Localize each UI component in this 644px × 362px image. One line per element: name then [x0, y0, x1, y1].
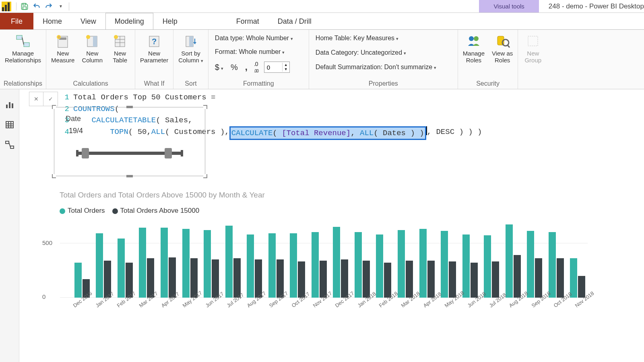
formula-highlighted-selection: CALCULATE( [Total Revenue], ALL( Dates )…	[229, 126, 426, 140]
new-column-button[interactable]: New Column	[79, 31, 105, 66]
bar[interactable]	[570, 258, 577, 298]
bar[interactable]	[333, 227, 340, 298]
bar[interactable]	[406, 261, 413, 298]
slicer-field-label: Date	[66, 115, 81, 123]
spin-up-icon[interactable]: ▲	[283, 63, 289, 67]
clustered-column-chart[interactable]: Total Orders and Total Orders Above 1500…	[60, 191, 588, 331]
slicer-thumb-end[interactable]	[165, 148, 172, 158]
bar[interactable]	[74, 263, 82, 298]
manage-roles-button[interactable]: Manage Roles	[460, 31, 487, 66]
bar-group	[201, 230, 221, 298]
bar[interactable]	[268, 233, 276, 298]
bar[interactable]	[419, 229, 427, 298]
comma-button[interactable]: ,	[244, 60, 248, 74]
bar[interactable]	[557, 258, 564, 298]
tab-home[interactable]: Home	[33, 13, 71, 29]
new-measure-button[interactable]: ✦New Measure	[49, 31, 77, 66]
bar[interactable]	[139, 228, 146, 298]
bar[interactable]	[578, 276, 585, 298]
default-summarization-dropdown[interactable]: Default Summarization: Don't summarize▾	[315, 62, 437, 72]
bar[interactable]	[462, 234, 470, 298]
currency-button[interactable]: $▾	[214, 61, 224, 74]
data-type-dropdown[interactable]: Data type: Whole Number▾	[214, 33, 294, 43]
bar[interactable]	[118, 239, 125, 298]
svg-rect-30	[6, 121, 13, 128]
percent-button[interactable]: %	[230, 61, 239, 74]
bar[interactable]	[527, 231, 534, 298]
bar[interactable]	[290, 233, 297, 298]
new-parameter-button[interactable]: ?New Parameter	[138, 31, 171, 66]
formula-commit-button[interactable]: ✓	[43, 92, 58, 106]
bar[interactable]	[341, 259, 348, 298]
bar[interactable]	[492, 261, 499, 298]
bar[interactable]	[484, 235, 491, 298]
undo-icon[interactable]	[33, 2, 41, 10]
tab-format[interactable]: Format	[227, 13, 268, 29]
format-dropdown[interactable]: Format: Whole number▾	[214, 47, 286, 57]
bar[interactable]	[312, 232, 319, 298]
bar[interactable]	[549, 232, 556, 298]
bar[interactable]	[161, 228, 168, 298]
svg-rect-36	[10, 146, 14, 148]
decimal-icon: .0.00	[254, 61, 258, 74]
roles-icon	[466, 33, 482, 49]
svg-line-4	[22, 37, 24, 45]
bar[interactable]	[355, 232, 362, 298]
bar[interactable]	[535, 258, 542, 298]
bar[interactable]	[96, 233, 103, 298]
bar[interactable]	[471, 263, 478, 298]
tab-help[interactable]: Help	[153, 13, 187, 29]
sort-by-column-button[interactable]: Sort by Column▾	[176, 31, 206, 66]
slicer-track[interactable]	[76, 152, 183, 155]
data-category-dropdown[interactable]: Data Category: Uncategorized▾	[315, 47, 407, 58]
data-view-icon[interactable]	[4, 119, 15, 130]
new-group-button[interactable]: New Group	[520, 31, 545, 66]
tab-view[interactable]: View	[71, 13, 105, 29]
view-as-roles-button[interactable]: View as Roles	[489, 31, 515, 66]
slicer-start-value[interactable]: 19/4	[69, 127, 83, 135]
bar[interactable]	[204, 230, 211, 298]
new-table-button[interactable]: New Table	[107, 31, 132, 66]
tab-file[interactable]: File	[0, 13, 33, 29]
bar[interactable]	[363, 261, 370, 298]
report-canvas: ✕ ✓ 1Total Orders Top 50 Customers = 2CO…	[19, 89, 644, 362]
bar[interactable]	[506, 224, 513, 298]
tab-data-drill[interactable]: Data / Drill	[268, 13, 321, 29]
svg-point-16	[114, 35, 118, 39]
bar[interactable]	[449, 261, 456, 298]
bar[interactable]	[233, 258, 241, 298]
bar-group	[417, 229, 437, 298]
save-icon[interactable]	[21, 2, 29, 10]
svg-rect-29	[12, 103, 13, 108]
qat-customize-icon[interactable]: ▼	[57, 2, 65, 10]
ribbon-group-groups-partial: New Group	[518, 30, 548, 89]
bar[interactable]	[182, 229, 190, 298]
bar[interactable]	[427, 261, 435, 298]
bar[interactable]	[441, 231, 448, 298]
decimal-places-spinner[interactable]: ▲▼	[264, 62, 290, 73]
manage-relationships-button[interactable]: Manage Relationships	[2, 31, 43, 66]
bar[interactable]	[212, 259, 219, 298]
bar[interactable]	[247, 234, 254, 298]
bar[interactable]	[398, 230, 405, 298]
formula-cancel-button[interactable]: ✕	[29, 92, 43, 106]
redo-icon[interactable]	[45, 2, 53, 10]
ribbon-group-calculations: ✦New Measure New Column New Table Calcul…	[46, 30, 135, 89]
spin-down-icon[interactable]: ▼	[283, 67, 289, 72]
report-view-icon[interactable]	[4, 99, 15, 110]
bar[interactable]	[384, 263, 391, 298]
home-table-dropdown[interactable]: Home Table: Key Measures▾	[315, 33, 399, 43]
tab-modeling[interactable]: Modeling	[105, 13, 153, 29]
date-slicer-visual[interactable]: Date 19/4	[54, 107, 205, 176]
bar[interactable]	[298, 261, 305, 298]
slicer-thumb-start[interactable]	[82, 148, 89, 158]
bar[interactable]	[376, 234, 383, 298]
bar[interactable]	[169, 257, 176, 298]
bar[interactable]	[320, 261, 327, 298]
decimal-places-input[interactable]	[264, 62, 282, 72]
relationships-icon	[15, 33, 31, 49]
model-view-icon[interactable]	[4, 139, 15, 150]
bar[interactable]	[225, 226, 233, 298]
bar[interactable]	[514, 255, 521, 298]
ribbon: Manage Relationships Relationships ✦New …	[0, 30, 644, 89]
